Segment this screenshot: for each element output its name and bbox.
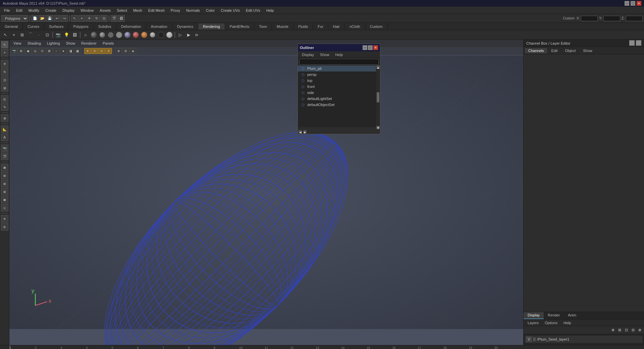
- vp-snap2[interactable]: ◎: [32, 48, 39, 54]
- menu-edit-uvs[interactable]: Edit UVs: [243, 8, 263, 13]
- vp-grid[interactable]: ⊞: [18, 48, 24, 54]
- cat-tab-fluids[interactable]: Fluids: [293, 23, 313, 30]
- left-paint-select-btn[interactable]: ⌖: [1, 49, 8, 56]
- outliner-titlebar[interactable]: Outliner ─ □ ✕: [298, 44, 380, 51]
- cb-tab-object[interactable]: Object: [561, 48, 579, 53]
- menu-color[interactable]: Color: [203, 8, 217, 13]
- menu-assets[interactable]: Assets: [97, 8, 113, 13]
- menu-modify[interactable]: Modify: [26, 8, 42, 13]
- redo-btn[interactable]: ↪: [61, 15, 68, 22]
- left-select-btn[interactable]: ↖: [1, 41, 8, 48]
- minimize-button[interactable]: ─: [625, 1, 629, 6]
- outliner-maximize-btn[interactable]: □: [368, 45, 373, 50]
- layer-icon-5[interactable]: ⊗: [637, 327, 643, 333]
- left-soft-mod-btn[interactable]: ◎: [1, 95, 8, 103]
- cat-tab-surfaces[interactable]: Surfaces: [44, 23, 68, 30]
- vp-renderer[interactable]: Renderer: [78, 41, 99, 46]
- vp-shade-wire[interactable]: ○: [53, 48, 60, 54]
- x-field[interactable]: [581, 16, 598, 21]
- icon-light[interactable]: 💡: [62, 31, 70, 39]
- close-button[interactable]: ✕: [637, 1, 641, 6]
- layer-tab-render[interactable]: Render: [544, 312, 564, 319]
- menu-file[interactable]: File: [1, 8, 13, 13]
- y-field[interactable]: [603, 16, 620, 21]
- save-scene-btn[interactable]: 💾: [46, 15, 53, 22]
- select-tool-btn[interactable]: ↖: [71, 15, 78, 22]
- left-poly-2[interactable]: ▤: [1, 172, 8, 179]
- icon-snap-view[interactable]: ⊡: [43, 31, 51, 39]
- vp-textured[interactable]: ▦: [74, 48, 81, 54]
- left-extra-1[interactable]: ⚙: [1, 215, 8, 222]
- menu-normals[interactable]: Normals: [183, 8, 203, 13]
- cat-tab-painteffects[interactable]: PaintEffects: [225, 23, 255, 30]
- cb-maximize-btn[interactable]: □: [636, 40, 641, 46]
- icon-shade3[interactable]: [132, 31, 140, 39]
- vp-light2[interactable]: ☀: [91, 48, 98, 54]
- cb-tab-channels[interactable]: Channels: [525, 48, 547, 53]
- menu-proxy[interactable]: Proxy: [168, 8, 183, 13]
- left-poly-4[interactable]: ▨: [1, 188, 8, 195]
- scrollbar-down-btn[interactable]: ▼: [376, 126, 380, 129]
- cb-tab-edit[interactable]: Edit: [548, 48, 561, 53]
- icon-shade4[interactable]: [140, 31, 148, 39]
- outliner-item-front[interactable]: ⬡ front: [298, 84, 380, 90]
- left-poly-5[interactable]: ▩: [1, 196, 8, 203]
- icon-snap-point[interactable]: ·: [35, 31, 43, 39]
- vp-xray[interactable]: ◈: [129, 48, 136, 54]
- icon-shade5[interactable]: [149, 31, 157, 39]
- menu-display[interactable]: Display: [60, 8, 77, 13]
- cat-tab-subdivs[interactable]: Subdivs: [94, 23, 116, 30]
- cat-tab-fur[interactable]: Fur: [313, 23, 328, 30]
- left-poly-1[interactable]: ▦: [1, 164, 8, 171]
- vp-shade-flat[interactable]: ◨: [67, 48, 74, 54]
- menu-create[interactable]: Create: [43, 8, 59, 13]
- left-transform-btn[interactable]: ⊞: [1, 84, 8, 92]
- menu-select[interactable]: Select: [114, 8, 130, 13]
- vp-shading[interactable]: Shading: [25, 41, 44, 46]
- open-scene-btn[interactable]: 📂: [39, 15, 46, 22]
- rotate-tool-btn[interactable]: ↻: [93, 15, 100, 22]
- vp-light1[interactable]: ☀: [84, 48, 91, 54]
- vp-light3[interactable]: ☀: [98, 48, 105, 54]
- layer-tab-anim[interactable]: Anim: [564, 312, 580, 319]
- hscrollbar-left-btn[interactable]: ◄: [299, 130, 302, 134]
- left-scale-btn[interactable]: ⊡: [1, 76, 8, 84]
- new-scene-btn[interactable]: 📄: [32, 15, 38, 22]
- cat-tab-ncloth[interactable]: nCloth: [345, 23, 365, 30]
- cb-minimize-btn[interactable]: ─: [629, 40, 635, 46]
- icon-lasso[interactable]: ⌖: [10, 31, 18, 39]
- layer-subtab-layers[interactable]: Layers: [525, 320, 541, 326]
- cat-tab-custom[interactable]: Custom: [365, 23, 388, 30]
- left-show-manipulator-btn[interactable]: ⊕: [1, 114, 8, 122]
- left-render-btn[interactable]: 🎬: [1, 153, 8, 160]
- left-extra-2[interactable]: ⊞: [1, 223, 8, 231]
- menu-edit[interactable]: Edit: [13, 8, 25, 13]
- outliner-menu-help[interactable]: Help: [333, 52, 346, 57]
- layer-tab-display[interactable]: Display: [524, 312, 544, 319]
- timeline-area[interactable]: 1 2 3 4 5 6 7 8 9 10 11 12 13 14 15 16 1…: [0, 345, 644, 349]
- layer-icon-1[interactable]: ⊕: [610, 327, 616, 333]
- move-tool-btn[interactable]: ✛: [86, 15, 93, 22]
- vp-shade-smooth[interactable]: ●: [60, 48, 67, 54]
- layer-visibility-1[interactable]: V: [526, 337, 532, 342]
- menu-help[interactable]: Help: [264, 8, 277, 13]
- outliner-item-side[interactable]: ⬡ side: [298, 90, 380, 96]
- icon-shade-wire[interactable]: [98, 31, 106, 39]
- left-camera-btn[interactable]: 📷: [1, 145, 8, 152]
- icon-shade2[interactable]: [123, 31, 131, 39]
- cat-tab-hair[interactable]: Hair: [328, 23, 345, 30]
- undo-btn[interactable]: ↩: [54, 15, 60, 22]
- ipr-btn[interactable]: 🖼: [118, 15, 125, 22]
- cat-tab-general[interactable]: General: [0, 23, 23, 30]
- vp-light4[interactable]: ☀: [105, 48, 112, 54]
- vp-hud[interactable]: ⊟: [122, 48, 129, 54]
- menu-edit-mesh[interactable]: Edit Mesh: [146, 8, 167, 13]
- outliner-menu-display[interactable]: Display: [299, 52, 317, 57]
- layer-icon-2[interactable]: ⊞: [616, 327, 623, 333]
- cat-tab-animation[interactable]: Animation: [146, 23, 172, 30]
- icon-bounding-box[interactable]: [115, 31, 123, 39]
- icon-camera[interactable]: 📷: [54, 31, 62, 39]
- icon-render-view[interactable]: 🖼: [71, 31, 79, 39]
- vp-show[interactable]: Show: [63, 41, 78, 46]
- vp-manip[interactable]: ⊕: [115, 48, 122, 54]
